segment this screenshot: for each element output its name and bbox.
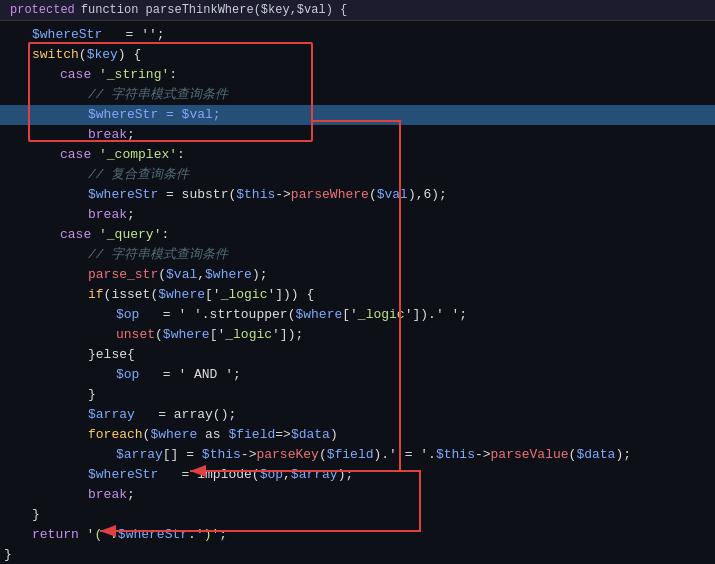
line-24: break; [0, 485, 715, 505]
line-5: $whereStr = $val; [0, 105, 715, 125]
line-10: break; [0, 205, 715, 225]
title-bar: protected function parseThinkWhere($key,… [0, 0, 715, 21]
line-25: } [0, 505, 715, 525]
line-4: // 字符串模式查询条件 [0, 85, 715, 105]
line-15: $op = ' '.strtoupper($where['_logic']).'… [0, 305, 715, 325]
line-13: parse_str($val,$where); [0, 265, 715, 285]
line-6: break; [0, 125, 715, 145]
line-23: $whereStr = implode($op,$array); [0, 465, 715, 485]
line-9: $whereStr = substr($this->parseWhere($va… [0, 185, 715, 205]
line-27: } [0, 545, 715, 564]
line-26: return '('.$whereStr.')'; [0, 525, 715, 545]
line-11: case '_query': [0, 225, 715, 245]
title-rest: function parseThinkWhere($key,$val) { [81, 3, 347, 17]
line-16: unset($where['_logic']); [0, 325, 715, 345]
line-14: if(isset($where['_logic'])) { [0, 285, 715, 305]
line-2: switch($key) { [0, 45, 715, 65]
line-22: $array[] = $this->parseKey($field).' = '… [0, 445, 715, 465]
line-19: } [0, 385, 715, 405]
line-21: foreach($where as $field=>$data) [0, 425, 715, 445]
line-17: }else{ [0, 345, 715, 365]
line-8: // 复合查询条件 [0, 165, 715, 185]
line-18: $op = ' AND '; [0, 365, 715, 385]
code-area[interactable]: $whereStr = ''; switch($key) { case '_st… [0, 21, 715, 564]
line-7: case '_complex': [0, 145, 715, 165]
line-1: $whereStr = ''; [0, 25, 715, 45]
line-20: $array = array(); [0, 405, 715, 425]
title-text: protected [10, 3, 75, 17]
line-3: case '_string': [0, 65, 715, 85]
line-12: // 字符串模式查询条件 [0, 245, 715, 265]
code-container: protected function parseThinkWhere($key,… [0, 0, 715, 564]
